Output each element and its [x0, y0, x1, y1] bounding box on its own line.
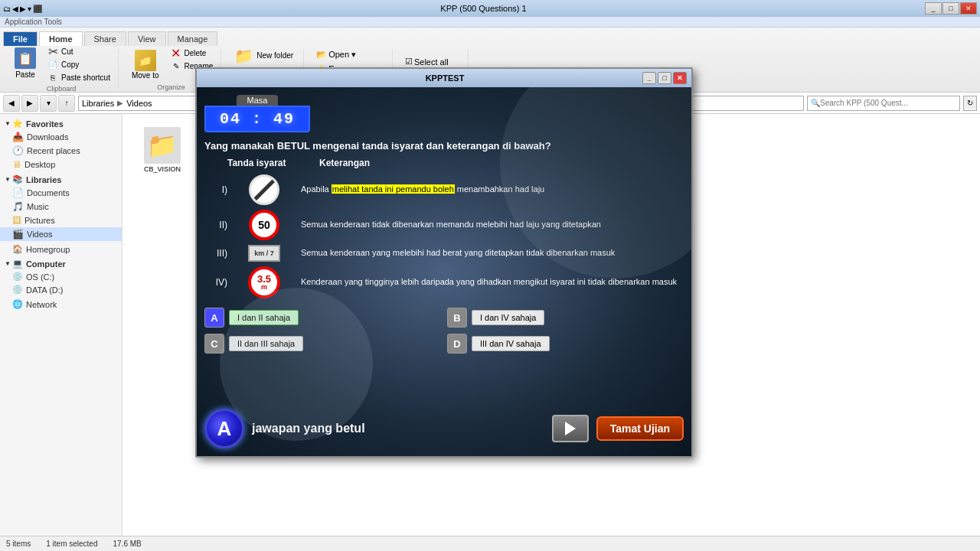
col-keterangan-header: Keterangan [319, 158, 684, 168]
question-area: Yang manakah BETUL mengenai tanda isyara… [204, 140, 684, 403]
kpp-window-title: KPPTEST [247, 73, 642, 83]
sidebar-item-downloads[interactable]: 📥 Downloads [0, 130, 122, 144]
answer-button-d[interactable]: D III dan IV sahaja [447, 334, 684, 354]
q-desc-3: Semua kenderaan yang melebihi had berat … [301, 247, 684, 259]
sidebar-item-network[interactable]: 🌐 Network [0, 298, 122, 311]
sidebar-computer-header[interactable]: ▼ 💻 Computer [0, 257, 122, 270]
file-item-cbvision[interactable]: 📁 CB_VISION [132, 123, 193, 184]
table-header: Tanda isyarat Keterangan [204, 158, 684, 168]
tab-manage[interactable]: Manage [168, 31, 218, 46]
kpp-minimize-button[interactable]: _ [642, 72, 656, 84]
sign-1 [234, 174, 295, 205]
documents-icon: 📄 [12, 187, 24, 198]
chevron-icon: ▼ [5, 120, 11, 127]
question-row-4: IV) 3.5m Kenderaan yang tingginya lebih … [204, 266, 684, 298]
path-libraries: Libraries [82, 99, 114, 108]
restore-button[interactable]: □ [942, 2, 959, 15]
kpp-bottom-bar: A jawapan yang betul Tamat Ujian [204, 409, 684, 448]
move-to-button[interactable]: 📁 Move to [126, 47, 165, 82]
search-input[interactable] [820, 99, 950, 107]
jawapan-text: jawapan yang betul [252, 422, 544, 435]
delete-button[interactable]: ✕ Delete [168, 47, 217, 60]
drive-icon: 💿 [12, 272, 23, 282]
recent-button[interactable]: ▾ [40, 95, 57, 112]
copy-button[interactable]: 📄 Copy [44, 58, 113, 70]
title-bar-controls: _ □ ✕ [925, 2, 977, 15]
masa-label: Masa [237, 95, 279, 106]
title-bar: 🗂 ◀ ▶ ▾ ⬛ KPP (500 Questions) 1 _ □ ✕ [0, 0, 980, 17]
quick-access-down[interactable]: ▾ [28, 5, 31, 13]
question-row-2: II) 50 Semua kenderaan tidak dibenarkan … [204, 210, 684, 240]
sidebar-item-recent[interactable]: 🕐 Recent places [0, 144, 122, 158]
selected-count: 1 item selected [46, 540, 97, 548]
paste-shortcut-button[interactable]: ⎘ Paste shortcut [44, 71, 113, 83]
answer-indicator: A [204, 409, 244, 448]
search-bar: 🔍 [807, 96, 960, 111]
minimize-button[interactable]: _ [925, 2, 942, 15]
copy-icon: 📄 [47, 59, 58, 70]
up-button[interactable]: ↑ [58, 95, 75, 112]
move-icon: 📁 [135, 50, 156, 71]
sidebar-item-osdrive[interactable]: 💿 OS (C:) [0, 270, 122, 283]
scissors-icon: ✂ [47, 46, 58, 57]
sidebar-item-homegroup[interactable]: 🏠 Homegroup [0, 243, 122, 256]
drive-icon-data: 💿 [12, 285, 23, 295]
tamat-button[interactable]: Tamat Ujian [596, 416, 684, 441]
letter-a: A [204, 308, 224, 328]
open-icon: 📂 [316, 50, 327, 60]
sidebar-item-pictures[interactable]: 🖼 Pictures [0, 214, 122, 227]
new-folder-icon: 📁 [234, 47, 253, 65]
app-tools-label: Application Tools [5, 18, 62, 26]
q-num-4: IV) [204, 277, 227, 288]
sidebar-item-documents[interactable]: 📄 Documents [0, 186, 122, 200]
select-all-button[interactable]: ☑ Select all [400, 55, 463, 68]
tab-file[interactable]: File [3, 31, 38, 46]
music-icon: 🎵 [12, 201, 24, 212]
item-count: 5 items [6, 540, 31, 548]
folder-thumbnail: 📁 [144, 127, 181, 164]
forward-button[interactable]: ▶ [21, 95, 38, 112]
play-button[interactable] [552, 415, 589, 442]
sign-3: km / 7 [234, 245, 295, 262]
sidebar-libraries-header[interactable]: ▼ 📚 Libraries [0, 173, 122, 186]
folder-icon: 📥 [12, 132, 24, 142]
answer-section: A I dan II sahaja B I dan IV sahaja C II… [204, 308, 684, 354]
recent-icon: 🕐 [12, 145, 24, 156]
answer-c-text: II dan III sahaja [229, 336, 303, 351]
tab-view[interactable]: View [128, 31, 166, 46]
computer-icon: 💻 [12, 259, 23, 269]
sidebar-item-music[interactable]: 🎵 Music [0, 200, 122, 214]
kpp-close-button[interactable]: ✕ [673, 72, 687, 84]
letter-b: B [447, 308, 467, 328]
close-button[interactable]: ✕ [960, 2, 977, 15]
question-text: Yang manakah BETUL mengenai tanda isyara… [204, 140, 684, 152]
open-button[interactable]: 📂 Open ▾ [312, 48, 387, 61]
slash-line [250, 175, 279, 205]
refresh-button[interactable]: ↻ [963, 96, 977, 111]
file-name: CB_VISION [144, 165, 181, 173]
cut-button[interactable]: ✂ Cut [44, 45, 113, 57]
answer-button-c[interactable]: C II dan III sahaja [204, 334, 441, 354]
tab-home[interactable]: Home [39, 31, 83, 46]
tab-share[interactable]: Share [84, 31, 126, 46]
kpp-restore-button[interactable]: □ [658, 72, 671, 84]
rename-icon: ✎ [171, 61, 181, 72]
col-tanda-header: Tanda isyarat [227, 158, 319, 168]
sidebar-favorites-header[interactable]: ▼ ⭐ Favorites [0, 117, 122, 130]
sidebar-item-datadrive[interactable]: 💿 DATA (D:) [0, 283, 122, 296]
quick-access-forward[interactable]: ▶ [20, 5, 26, 13]
sidebar-item-desktop[interactable]: 🖥 Desktop [0, 158, 122, 171]
sidebar-item-videos[interactable]: 🎬 Videos [0, 227, 122, 241]
paste-icon: 📋 [15, 47, 36, 69]
quick-access-back[interactable]: ◀ [12, 5, 18, 13]
path-videos: Videos [126, 99, 152, 108]
back-button[interactable]: ◀ [3, 95, 20, 112]
paste-button[interactable]: 📋 Paste [9, 45, 41, 81]
answer-button-a[interactable]: A I dan II sahaja [204, 308, 441, 328]
pictures-icon: 🖼 [12, 215, 21, 226]
homegroup-icon: 🏠 [12, 244, 23, 254]
answer-button-b[interactable]: B I dan IV sahaja [447, 308, 684, 328]
search-icon: 🔍 [811, 99, 820, 107]
quick-access-custom[interactable]: ⬛ [33, 5, 42, 13]
new-folder-button[interactable]: 📁 New folder [229, 44, 299, 67]
